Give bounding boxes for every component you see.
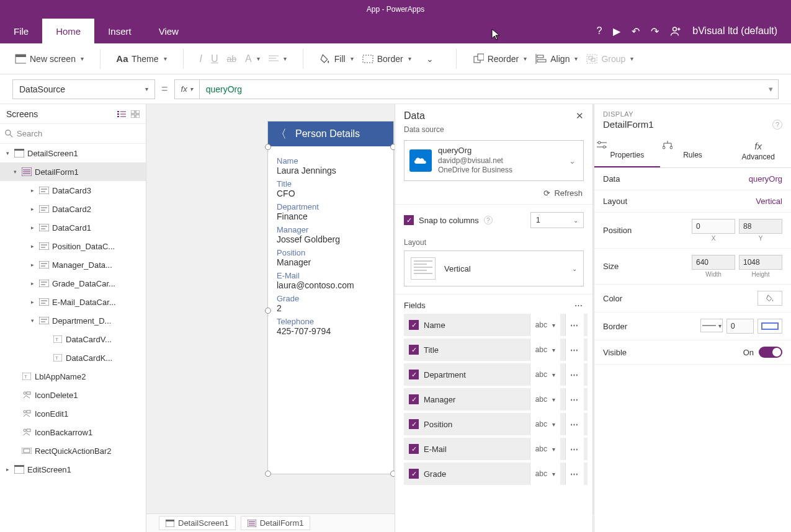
tree-item[interactable]: ▸DataCard2: [0, 200, 146, 218]
field-row[interactable]: ✓Managerabc▾⋯: [404, 388, 588, 410]
tree-item[interactable]: ▸EditScreen1: [0, 460, 146, 479]
tree-grid-icon[interactable]: [131, 110, 140, 118]
info-icon[interactable]: ?: [484, 216, 493, 224]
italic-button[interactable]: I: [197, 51, 205, 67]
reorder-button[interactable]: Reorder▾: [470, 51, 530, 67]
field-row[interactable]: ✓Titleabc▾⋯: [404, 339, 588, 361]
tree-item[interactable]: ▸E-Mail_DataCar...: [0, 293, 146, 311]
formula-expand-icon[interactable]: ▾: [764, 84, 778, 94]
field-more-icon[interactable]: ⋯: [565, 388, 584, 410]
field-checkbox[interactable]: ✓: [409, 444, 419, 454]
color-swatch[interactable]: [757, 291, 782, 306]
tree-item[interactable]: TLblAppName2: [0, 367, 146, 386]
group-button[interactable]: Group▾: [584, 51, 636, 67]
field-more-icon[interactable]: ⋯: [565, 413, 584, 435]
tab-view[interactable]: View: [145, 19, 192, 43]
tree-search[interactable]: Search: [0, 124, 146, 144]
tab-properties[interactable]: Properties: [594, 136, 660, 167]
field-checkbox[interactable]: ✓: [409, 320, 419, 330]
account-label[interactable]: bVisual ltd (default): [692, 25, 781, 37]
tree-item[interactable]: ▾Department_D...: [0, 311, 146, 330]
fx-label[interactable]: fx▾: [175, 80, 200, 99]
tree-item[interactable]: ▾DetailForm1: [0, 162, 146, 181]
tree-list-icon[interactable]: [117, 110, 126, 118]
back-icon[interactable]: 〈: [275, 126, 287, 141]
breadcrumb[interactable]: DetailScreen1: [159, 516, 236, 530]
pos-y-input[interactable]: 88: [739, 219, 782, 234]
layout-select[interactable]: Vertical ⌄: [404, 250, 584, 286]
border-button[interactable]: Border▾: [360, 51, 414, 67]
tree-item[interactable]: RectQuickActionBar2: [0, 441, 146, 460]
undo-icon[interactable]: ↶: [632, 25, 640, 37]
tab-file[interactable]: File: [0, 19, 42, 43]
new-screen-button[interactable]: New screen▾: [12, 51, 86, 67]
tree-item[interactable]: IconEdit1: [0, 404, 146, 423]
tab-advanced[interactable]: fx Advanced: [725, 136, 791, 167]
text-align-button[interactable]: ▾: [266, 52, 289, 66]
field-checkbox[interactable]: ✓: [409, 469, 419, 479]
field-row[interactable]: ✓Nameabc▾⋯: [404, 314, 588, 336]
pos-x-input[interactable]: 0: [692, 219, 735, 234]
tab-insert[interactable]: Insert: [94, 19, 145, 43]
close-icon[interactable]: ✕: [576, 110, 584, 122]
tab-rules[interactable]: Rules: [660, 136, 726, 167]
border-color-swatch[interactable]: [757, 319, 782, 334]
ribbon-expand-icon[interactable]: ⌄: [418, 54, 442, 64]
fields-more-icon[interactable]: ⋯: [574, 301, 584, 310]
help-icon[interactable]: ?: [772, 120, 782, 130]
snap-columns-select[interactable]: 1⌄: [530, 212, 584, 228]
field-more-icon[interactable]: ⋯: [565, 438, 584, 460]
border-width-input[interactable]: 0: [726, 319, 754, 334]
field-row[interactable]: ✓Positionabc▾⋯: [404, 413, 588, 435]
tree-item[interactable]: TDataCardV...: [0, 330, 146, 348]
field-more-icon[interactable]: ⋯: [565, 314, 584, 336]
tree-item[interactable]: ▾DetailScreen1: [0, 144, 146, 162]
field-checkbox[interactable]: ✓: [409, 370, 419, 379]
field-type-select[interactable]: abc▾: [530, 314, 560, 336]
tree-item[interactable]: ▸DataCard3: [0, 181, 146, 200]
refresh-button[interactable]: ⟳ Refresh: [395, 185, 592, 205]
share-icon[interactable]: [670, 25, 681, 37]
field-type-select[interactable]: abc▾: [530, 463, 560, 485]
field-row[interactable]: ✓Gradeabc▾⋯: [404, 463, 588, 485]
formula-input[interactable]: queryOrg: [200, 84, 764, 94]
strike-button[interactable]: ab: [225, 51, 239, 66]
tree-item[interactable]: ▸Grade_DataCar...: [0, 274, 146, 293]
theme-button[interactable]: Aa Theme▾: [114, 51, 169, 67]
play-icon[interactable]: ▶: [613, 25, 620, 37]
snap-checkbox[interactable]: ✓: [404, 215, 414, 225]
field-more-icon[interactable]: ⋯: [565, 363, 584, 386]
redo-icon[interactable]: ↷: [651, 25, 659, 37]
chevron-down-icon[interactable]: ⌄: [569, 156, 578, 166]
field-type-select[interactable]: abc▾: [530, 413, 560, 435]
field-more-icon[interactable]: ⋯: [565, 463, 584, 485]
font-color-button[interactable]: A▾: [243, 51, 262, 67]
field-checkbox[interactable]: ✓: [409, 345, 419, 355]
tree-item[interactable]: ▸DataCard1: [0, 218, 146, 237]
tree-item[interactable]: IconDelete1: [0, 386, 146, 404]
help-icon[interactable]: ?: [596, 25, 602, 37]
width-input[interactable]: 640: [692, 255, 735, 270]
data-source-card[interactable]: queryOrg davidp@bvisual.net OneDrive for…: [404, 140, 584, 181]
align-button[interactable]: Align▾: [533, 51, 580, 67]
prop-data[interactable]: Data queryOrg: [594, 168, 791, 190]
tree-item[interactable]: IconBackarrow1: [0, 423, 146, 441]
visible-toggle[interactable]: [759, 347, 782, 358]
field-row[interactable]: ✓E-Mailabc▾⋯: [404, 438, 588, 460]
breadcrumb[interactable]: DetailForm1: [241, 516, 311, 530]
field-type-select[interactable]: abc▾: [530, 438, 560, 460]
tree-item[interactable]: ▸Position_DataC...: [0, 237, 146, 255]
height-input[interactable]: 1048: [739, 255, 782, 270]
field-type-select[interactable]: abc▾: [530, 363, 560, 386]
field-row[interactable]: ✓Departmentabc▾⋯: [404, 363, 588, 386]
tab-home[interactable]: Home: [42, 19, 94, 43]
fill-button[interactable]: Fill▾: [317, 51, 356, 67]
border-style-select[interactable]: ▾: [700, 319, 723, 332]
tree-item[interactable]: ▸Manager_Data...: [0, 255, 146, 274]
field-type-select[interactable]: abc▾: [530, 339, 560, 361]
prop-layout[interactable]: Layout Vertical: [594, 190, 791, 213]
underline-button[interactable]: U: [208, 51, 221, 67]
field-checkbox[interactable]: ✓: [409, 394, 419, 404]
field-checkbox[interactable]: ✓: [409, 419, 419, 429]
property-select[interactable]: DataSource▾: [12, 79, 155, 99]
